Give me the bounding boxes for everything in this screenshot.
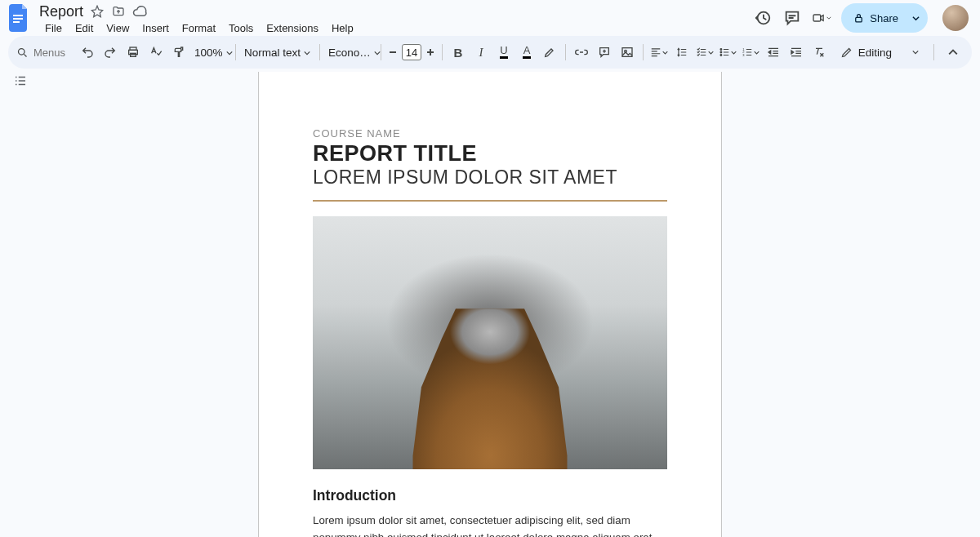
italic-icon[interactable]: I xyxy=(470,42,492,63)
svg-rect-5 xyxy=(856,17,862,22)
fontsize-increase[interactable] xyxy=(424,46,437,59)
meet-icon[interactable] xyxy=(812,8,831,28)
svg-point-6 xyxy=(19,48,25,55)
bold-icon[interactable]: B xyxy=(448,42,469,63)
caret-icon xyxy=(226,47,233,59)
report-title[interactable]: REPORT TITLE xyxy=(313,141,667,166)
svg-rect-4 xyxy=(813,15,821,21)
separator xyxy=(565,44,566,60)
menubar: File Edit View Insert Format Tools Exten… xyxy=(39,20,745,36)
collapse-toolbar-icon[interactable] xyxy=(942,42,964,63)
body-paragraph[interactable]: Lorem ipsum dolor sit amet, consectetuer… xyxy=(313,513,667,537)
menu-edit[interactable]: Edit xyxy=(69,20,99,36)
doc-title[interactable]: Report xyxy=(39,3,83,20)
menu-insert[interactable]: Insert xyxy=(136,20,175,36)
underline-icon[interactable]: U xyxy=(493,42,514,63)
fontsize-input[interactable] xyxy=(402,44,421,60)
numbered-list-icon[interactable]: 123 xyxy=(740,42,761,63)
separator xyxy=(933,44,934,60)
menu-extensions[interactable]: Extensions xyxy=(261,20,324,36)
move-icon[interactable] xyxy=(111,4,126,19)
highlight-icon[interactable] xyxy=(539,42,560,63)
line-spacing-icon[interactable] xyxy=(671,42,693,63)
course-name[interactable]: COURSE NAME xyxy=(313,127,667,140)
zoom-select[interactable]: 100% xyxy=(191,47,230,59)
separator xyxy=(319,44,320,60)
indent-decrease-icon[interactable] xyxy=(763,42,784,63)
bulleted-list-icon[interactable] xyxy=(717,42,738,63)
share-group: Share xyxy=(841,3,928,33)
svg-rect-1 xyxy=(13,18,23,20)
separator xyxy=(381,44,381,60)
caret-icon xyxy=(304,47,310,59)
redo-icon[interactable] xyxy=(100,42,121,63)
svg-point-13 xyxy=(720,51,722,53)
zoom-value: 100% xyxy=(194,47,223,59)
share-caret[interactable] xyxy=(910,15,928,22)
svg-rect-9 xyxy=(131,53,136,56)
outline-toggle-icon[interactable] xyxy=(13,73,28,91)
share-label: Share xyxy=(870,12,898,24)
caret-icon xyxy=(374,47,381,59)
account-avatar[interactable] xyxy=(942,5,969,31)
svg-rect-0 xyxy=(13,15,23,16)
undo-icon[interactable] xyxy=(77,42,98,63)
section-heading[interactable]: Introduction xyxy=(313,487,667,504)
svg-point-12 xyxy=(720,49,722,51)
share-button[interactable]: Share xyxy=(841,3,910,33)
mode-label: Editing xyxy=(858,47,892,59)
align-icon[interactable] xyxy=(648,42,670,63)
separator xyxy=(442,44,443,60)
separator xyxy=(235,44,236,60)
editing-mode-button[interactable]: Editing xyxy=(834,43,925,62)
svg-text:3: 3 xyxy=(742,53,745,57)
cover-image[interactable] xyxy=(313,216,667,469)
menu-file[interactable]: File xyxy=(39,20,68,36)
print-icon[interactable] xyxy=(122,42,144,63)
spellcheck-icon[interactable] xyxy=(145,42,167,63)
fontsize-decrease[interactable] xyxy=(386,46,399,59)
insert-link-icon[interactable] xyxy=(571,42,592,63)
clear-formatting-icon[interactable] xyxy=(808,42,830,63)
checklist-icon[interactable] xyxy=(694,42,715,63)
document-page[interactable]: COURSE NAME REPORT TITLE LOREM IPSUM DOL… xyxy=(259,72,721,537)
divider xyxy=(313,200,667,202)
docs-logo[interactable] xyxy=(8,3,31,33)
separator xyxy=(643,44,644,60)
indent-increase-icon[interactable] xyxy=(786,42,807,63)
history-icon[interactable] xyxy=(753,8,773,28)
toolbar: 100% Normal text Econo… B I U A 123 Edit… xyxy=(8,36,972,69)
style-value: Normal text xyxy=(244,47,301,59)
add-comment-icon[interactable] xyxy=(594,42,615,63)
svg-rect-2 xyxy=(13,21,20,23)
font-value: Econo… xyxy=(328,47,371,59)
font-select[interactable]: Econo… xyxy=(325,47,376,59)
insert-image-icon[interactable] xyxy=(617,42,638,63)
cloud-status-icon[interactable] xyxy=(132,4,147,19)
comments-icon[interactable] xyxy=(782,8,802,28)
menu-help[interactable]: Help xyxy=(326,20,359,36)
toolbar-search[interactable] xyxy=(16,47,75,59)
star-icon[interactable] xyxy=(90,4,105,19)
text-color-icon[interactable]: A xyxy=(516,42,537,63)
document-scroll[interactable]: COURSE NAME REPORT TITLE LOREM IPSUM DOL… xyxy=(0,72,980,537)
report-subtitle[interactable]: LOREM IPSUM DOLOR SIT AMET xyxy=(313,166,667,189)
toolbar-search-input[interactable] xyxy=(33,47,69,59)
paint-format-icon[interactable] xyxy=(168,42,189,63)
menu-format[interactable]: Format xyxy=(176,20,221,36)
menu-tools[interactable]: Tools xyxy=(223,20,259,36)
paragraph-style-select[interactable]: Normal text xyxy=(241,47,314,59)
svg-rect-10 xyxy=(622,48,632,57)
svg-point-14 xyxy=(720,55,722,56)
menu-view[interactable]: View xyxy=(100,20,135,36)
